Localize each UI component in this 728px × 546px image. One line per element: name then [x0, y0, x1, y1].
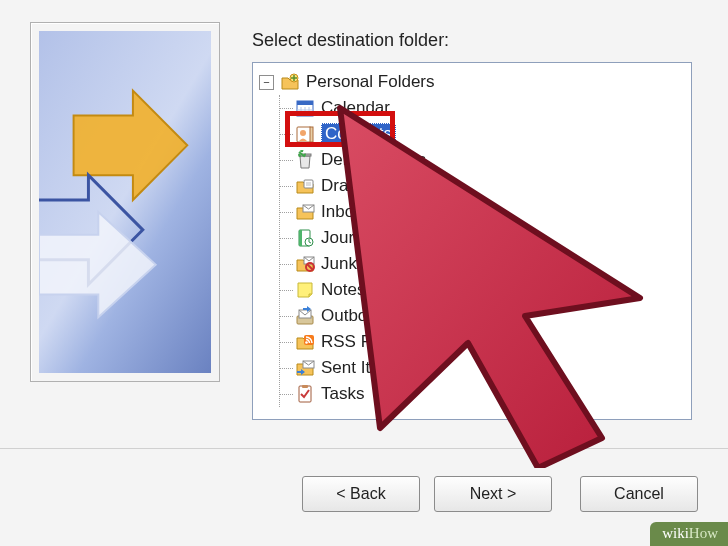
tree-item-sent-items[interactable]: Sent Items: [259, 355, 689, 381]
wizard-dialog: Select destination folder: − Personal Fo…: [0, 0, 728, 546]
select-destination-label: Select destination folder:: [252, 30, 449, 51]
tree-item-label: Notes: [321, 280, 365, 300]
tree-item-label: Calendar: [321, 98, 390, 118]
tasks-icon: [295, 384, 315, 404]
tree-item-junk-email[interactable]: Junk E-mail: [259, 251, 689, 277]
tree-item-inbox[interactable]: Inbox: [259, 199, 689, 225]
wikihow-watermark: wikiHow: [650, 522, 728, 546]
svg-rect-30: [302, 385, 308, 388]
calendar-icon: [295, 98, 315, 118]
tree-item-label: Deleted Items: [321, 150, 426, 170]
svg-rect-3: [297, 101, 313, 105]
tree-item-notes[interactable]: Notes: [259, 277, 689, 303]
tree-item-label: Contacts: [321, 123, 396, 145]
tree-item-label: Inbox: [321, 202, 363, 222]
svg-rect-10: [310, 127, 313, 142]
sent-items-icon: [295, 358, 315, 378]
tree-item-label: Journal: [321, 228, 377, 248]
folder-tree[interactable]: − Personal Folders: [252, 62, 692, 420]
tree-item-journal[interactable]: Journal: [259, 225, 689, 251]
tree-item-label: Outbox: [321, 306, 376, 326]
svg-rect-0: [39, 31, 211, 373]
tree-item-label: Tasks: [321, 384, 364, 404]
watermark-text-1: wiki: [662, 525, 689, 541]
notes-icon: [295, 280, 315, 300]
tree-item-drafts[interactable]: Drafts: [259, 173, 689, 199]
contacts-icon: [295, 124, 315, 144]
next-button[interactable]: Next >: [434, 476, 552, 512]
junk-email-icon: [295, 254, 315, 274]
inbox-icon: [295, 202, 315, 222]
tree-item-calendar[interactable]: Calendar: [259, 95, 689, 121]
button-row: < Back Next > Cancel: [0, 448, 728, 521]
tree-item-outbox[interactable]: Outbox: [259, 303, 689, 329]
rss-feeds-icon: [295, 332, 315, 352]
svg-rect-19: [299, 230, 302, 246]
drafts-icon: [295, 176, 315, 196]
journal-icon: [295, 228, 315, 248]
svg-point-27: [305, 341, 308, 344]
tree-item-tasks[interactable]: Tasks: [259, 381, 689, 407]
deleted-items-icon: [295, 150, 315, 170]
tree-item-rss-feeds[interactable]: RSS Feeds: [259, 329, 689, 355]
watermark-text-2: How: [689, 525, 718, 541]
back-button[interactable]: < Back: [302, 476, 420, 512]
tree-item-label: RSS Feeds: [321, 332, 408, 352]
outbox-icon: [295, 306, 315, 326]
wizard-graphic: [39, 31, 211, 373]
collapse-icon[interactable]: −: [259, 75, 274, 90]
tree-item-deleted-items[interactable]: Deleted Items: [259, 147, 689, 173]
svg-rect-14: [304, 180, 313, 188]
svg-point-11: [300, 130, 306, 136]
tree-item-label: Drafts: [321, 176, 366, 196]
wizard-side-panel: [30, 22, 220, 382]
tree-item-contacts[interactable]: Contacts: [259, 121, 689, 147]
tree-item-label: Sent Items: [321, 358, 402, 378]
cancel-button[interactable]: Cancel: [580, 476, 698, 512]
tree-item-label: Junk E-mail: [321, 254, 410, 274]
tree-root-personal-folders[interactable]: − Personal Folders: [259, 69, 689, 95]
personal-folders-icon: [280, 72, 300, 92]
tree-root-label: Personal Folders: [306, 72, 435, 92]
